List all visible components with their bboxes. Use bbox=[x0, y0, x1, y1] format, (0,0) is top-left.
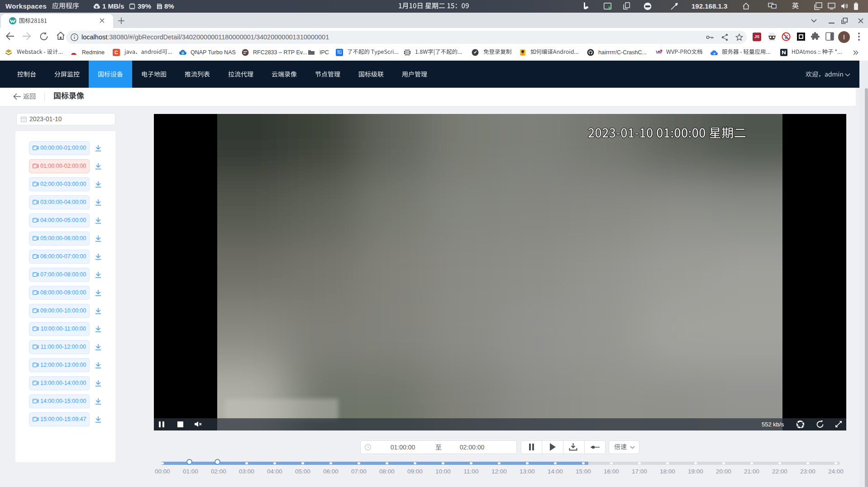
svg-text:C: C bbox=[114, 50, 118, 55]
